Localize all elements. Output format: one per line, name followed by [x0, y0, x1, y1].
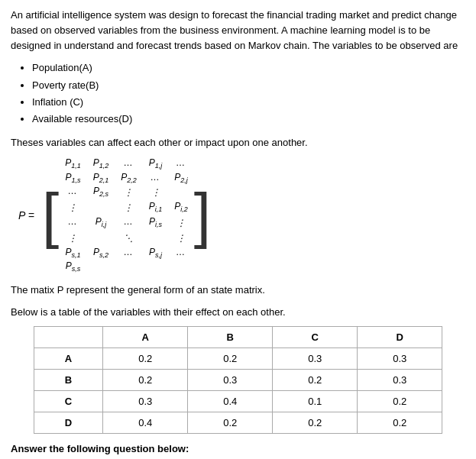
vdots2-1: ⋮: [174, 216, 188, 230]
vdots2-2: ⋮: [65, 231, 81, 245]
cell-c-b: 0.4: [188, 390, 273, 412]
cell-ij: Pi,j: [93, 216, 109, 230]
answer-section: Answer the following question below: Pro…: [11, 441, 465, 459]
bullet-resources: Available resources(D): [32, 111, 465, 128]
bullet-population: Population(A): [32, 60, 465, 76]
dots-ia: …: [65, 216, 81, 230]
cell-1j: P1,j: [149, 157, 163, 170]
cell-d-c: 0.2: [273, 412, 358, 433]
row-label-a: A: [34, 347, 103, 369]
cell-b-a: 0.2: [103, 369, 188, 390]
cell-d-b: 0.2: [188, 412, 273, 433]
vdots2-5: [149, 231, 163, 245]
dots-1b: …: [174, 157, 188, 170]
cell-s1: Ps,1: [65, 247, 81, 259]
vdots-6: ⋮: [121, 201, 137, 215]
vdots2-6: ⋮: [174, 231, 188, 245]
dots-ib: …: [121, 216, 137, 230]
cell-b-b: 0.3: [188, 369, 273, 390]
cell-22: P2,2: [121, 172, 137, 184]
intro-paragraph: An artificial intelligence system was de…: [11, 8, 465, 53]
cell-d-a: 0.4: [103, 412, 188, 433]
cell-ss: Ps,s: [65, 260, 81, 273]
dots-2b: …: [65, 186, 81, 199]
dots-2a: …: [149, 172, 163, 184]
dots-sa: …: [121, 247, 137, 259]
cell-sj: Ps,j: [149, 247, 163, 259]
cell-1s: P1,s: [65, 172, 81, 184]
matrix-grid: P1,1 P1,2 … P1,j … P1,s P2,1 P2,2 … P2,j…: [63, 154, 189, 276]
vdots-1: ⋮: [121, 186, 137, 199]
cell-c-c: 0.1: [273, 390, 358, 412]
dots-sb: …: [174, 247, 188, 259]
matrix-intro-text: Theses variables can affect each other o…: [11, 135, 465, 150]
matrix-section: P = [ P1,1 P1,2 … P1,j … P1,s P2,1 P2,2 …: [18, 154, 465, 276]
cell-i1: Pi,1: [149, 201, 163, 215]
cell-2s: P2,s: [93, 186, 109, 199]
cell-21: P2,1: [93, 172, 109, 184]
cell-d-d: 0.2: [358, 412, 442, 433]
table-row-d: D 0.4 0.2 0.2 0.2: [34, 412, 442, 433]
cell-is: Pi,s: [149, 216, 163, 230]
row-label-d: D: [34, 412, 103, 433]
answer-title: Answer the following question below:: [11, 441, 465, 457]
cell-c-d: 0.2: [358, 390, 442, 412]
variables-table: A B C D A 0.2 0.2 0.3 0.3 B 0.2 0.3 0.2 …: [34, 326, 443, 434]
cell-b-c: 0.2: [273, 369, 358, 390]
matrix-note-text: The matix P represent the general form o…: [11, 283, 465, 298]
cell-a-c: 0.3: [273, 347, 358, 369]
vdots2-3: [93, 231, 109, 245]
bullet-poverty: Poverty rate(B): [32, 77, 465, 94]
cell-i2: Pi,2: [174, 201, 188, 215]
cell-2j: P2,j: [174, 172, 188, 184]
table-row-a: A 0.2 0.2 0.3 0.3: [34, 347, 442, 369]
header-empty: [34, 326, 103, 347]
cell-12: P1,2: [93, 157, 109, 170]
dots-1a: …: [121, 157, 137, 170]
bracket-left: [: [42, 189, 59, 241]
vdots2-4: ⋱: [121, 231, 137, 245]
table-row-c: C 0.3 0.4 0.1 0.2: [34, 390, 442, 412]
table-header-row: A B C D: [34, 326, 442, 347]
table-intro-text: Below is a table of the variables with t…: [11, 305, 465, 320]
vdots-3: [174, 186, 188, 199]
header-d: D: [358, 326, 442, 347]
cell-a-b: 0.2: [188, 347, 273, 369]
row-label-b: B: [34, 369, 103, 390]
vdots-2: ⋮: [149, 186, 163, 199]
header-c: C: [273, 326, 358, 347]
bracket-right: ]: [194, 189, 211, 241]
vdots-4: ⋮: [65, 201, 81, 215]
header-b: B: [188, 326, 273, 347]
cell-a-d: 0.3: [358, 347, 442, 369]
cell-11: P1,1: [65, 157, 81, 170]
bullet-inflation: Inflation (C): [32, 94, 465, 111]
cell-a-a: 0.2: [103, 347, 188, 369]
cell-c-a: 0.3: [103, 390, 188, 412]
variables-list: Population(A) Poverty rate(B) Inflation …: [32, 60, 465, 127]
header-a: A: [103, 326, 188, 347]
row-label-c: C: [34, 390, 103, 412]
cell-s2: Ps,2: [93, 247, 109, 259]
table-row-b: B 0.2 0.3 0.2 0.3: [34, 369, 442, 390]
cell-b-d: 0.3: [358, 369, 442, 390]
vdots-5: [93, 201, 109, 215]
p-equals-label: P =: [18, 209, 34, 221]
